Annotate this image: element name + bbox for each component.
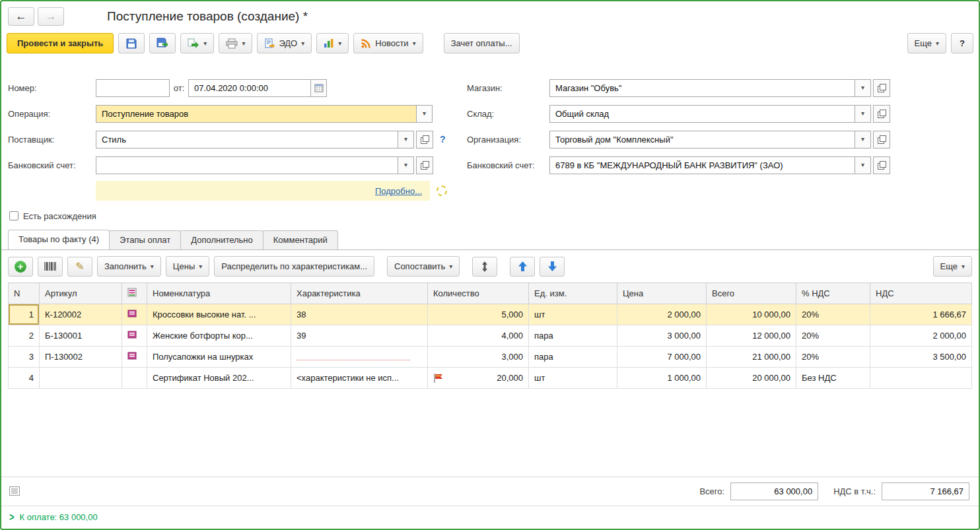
cell-quantity[interactable]: 3,000	[428, 347, 529, 368]
bank-account-left-open-button[interactable]	[416, 156, 433, 174]
cell-n[interactable]: 1	[9, 304, 40, 325]
cell-total[interactable]: 20 000,00	[707, 368, 796, 389]
more-button[interactable]: Еще ▾	[907, 33, 946, 53]
cell-quantity[interactable]: 20,000	[428, 368, 529, 389]
cell-quantity[interactable]: 5,000	[428, 304, 529, 325]
print-button[interactable]: ▾	[219, 33, 252, 53]
col-vat-sum[interactable]: НДС	[870, 283, 972, 304]
fill-button[interactable]: Заполнить ▾	[97, 256, 161, 277]
cell-nomenclature[interactable]: Полусапожки на шнурках	[147, 347, 291, 368]
bank-account-left-input[interactable]	[96, 156, 398, 174]
help-button[interactable]: ?	[951, 33, 973, 53]
cell-quantity[interactable]: 4,000	[428, 325, 529, 347]
cell-characteristic[interactable]: 39	[291, 325, 428, 347]
cell-price[interactable]: 2 000,00	[617, 304, 707, 325]
tab-comment[interactable]: Комментарий	[263, 230, 338, 249]
back-button[interactable]: ←	[8, 7, 34, 26]
save-button[interactable]	[118, 33, 145, 53]
cell-vat-rate[interactable]: Без НДС	[796, 368, 870, 389]
cell-article[interactable]	[40, 368, 122, 389]
cell-nomenclature[interactable]: Кроссовки высокие нат. ...	[147, 304, 291, 325]
col-vat-rate[interactable]: % НДС	[796, 283, 870, 304]
cell-article[interactable]: К-120002	[40, 304, 122, 325]
col-icon[interactable]	[122, 283, 147, 304]
col-n[interactable]: N	[9, 283, 40, 304]
col-nomenclature[interactable]: Номенклатура	[147, 283, 291, 304]
cell-article[interactable]: Б-130001	[40, 325, 122, 347]
details-link[interactable]: Подробно...	[375, 186, 422, 196]
organization-open-button[interactable]	[873, 131, 890, 149]
col-total[interactable]: Всего	[707, 283, 796, 304]
prices-button[interactable]: Цены ▾	[166, 256, 209, 277]
number-input[interactable]	[96, 79, 170, 97]
col-price[interactable]: Цена	[617, 283, 707, 304]
cell-icon[interactable]	[122, 347, 147, 368]
organization-dropdown-button[interactable]: ▾	[855, 131, 871, 149]
store-open-button[interactable]	[873, 79, 890, 97]
date-calendar-button[interactable]	[311, 79, 327, 97]
cell-unit[interactable]: шт	[529, 368, 617, 389]
edit-row-button[interactable]: ✎	[67, 257, 92, 277]
warehouse-open-button[interactable]	[873, 105, 890, 123]
operation-input[interactable]: Поступление товаров	[96, 105, 417, 123]
warehouse-dropdown-button[interactable]: ▾	[855, 105, 871, 123]
cell-nomenclature[interactable]: Сертификат Новый 202...	[147, 368, 291, 389]
cell-icon[interactable]	[122, 368, 147, 389]
table-row[interactable]: 4 Сертификат Новый 202... <характеристик…	[9, 368, 972, 389]
cell-total[interactable]: 10 000,00	[707, 304, 796, 325]
forward-button[interactable]: →	[38, 7, 64, 26]
store-input[interactable]: Магазин "Обувь"	[549, 79, 855, 97]
cell-total[interactable]: 12 000,00	[707, 325, 796, 347]
table-row[interactable]: 3 П-130002 Полусапожки на шнурках 3,000 …	[9, 347, 972, 368]
cell-characteristic[interactable]: 38	[291, 304, 428, 325]
cell-unit[interactable]: пара	[529, 347, 617, 368]
payment-offset-button[interactable]: Зачет оплаты...	[444, 33, 520, 53]
cell-nomenclature[interactable]: Женские ботфорты кор...	[147, 325, 291, 347]
expand-rows-button[interactable]	[472, 257, 497, 277]
operation-dropdown-button[interactable]: ▾	[417, 105, 433, 123]
cell-n[interactable]: 3	[9, 347, 40, 368]
move-row-down-button[interactable]	[540, 257, 565, 277]
add-row-button[interactable]: +	[8, 257, 33, 277]
store-dropdown-button[interactable]: ▾	[855, 79, 871, 97]
cell-characteristic[interactable]: <характеристики не исп...	[291, 368, 428, 389]
cell-vat-rate[interactable]: 20%	[796, 304, 870, 325]
supplier-hint-icon[interactable]: ?	[440, 134, 446, 145]
cell-icon[interactable]	[122, 325, 147, 347]
cell-price[interactable]: 1 000,00	[617, 368, 707, 389]
table-row[interactable]: 1 К-120002 Кроссовки высокие нат. ... 38…	[9, 304, 972, 325]
payment-footer[interactable]: > К оплате: 63 000,00	[1, 506, 979, 529]
bank-account-right-open-button[interactable]	[873, 156, 890, 174]
col-quantity[interactable]: Количество	[428, 283, 529, 304]
supplier-input[interactable]: Стиль	[96, 131, 398, 149]
distribute-by-characteristics-button[interactable]: Распределить по характеристикам...	[214, 256, 374, 277]
bank-account-right-dropdown-button[interactable]: ▾	[855, 156, 871, 174]
cell-n[interactable]: 2	[9, 325, 40, 347]
cell-unit[interactable]: шт	[529, 304, 617, 325]
bank-account-left-dropdown-button[interactable]: ▾	[398, 156, 414, 174]
cell-vat-rate[interactable]: 20%	[796, 347, 870, 368]
cell-unit[interactable]: пара	[529, 325, 617, 347]
cell-article[interactable]: П-130002	[40, 347, 122, 368]
date-input[interactable]: 07.04.2020 0:00:00	[188, 79, 311, 97]
cell-price[interactable]: 7 000,00	[617, 347, 707, 368]
bank-account-right-input[interactable]: 6789 в КБ "МЕЖДУНАРОДНЫЙ БАНК РАЗВИТИЯ" …	[549, 156, 855, 174]
cell-vat-sum[interactable]: 3 500,00	[870, 347, 972, 368]
table-row[interactable]: 2 Б-130001 Женские ботфорты кор... 39 4,…	[9, 325, 972, 347]
warehouse-input[interactable]: Общий склад	[549, 105, 855, 123]
barcode-button[interactable]	[38, 257, 63, 277]
col-characteristic[interactable]: Характеристика	[291, 283, 428, 304]
cell-icon[interactable]	[122, 304, 147, 325]
col-article[interactable]: Артикул	[40, 283, 122, 304]
supplier-open-button[interactable]	[416, 131, 433, 149]
move-row-up-button[interactable]	[510, 257, 535, 277]
cell-vat-sum[interactable]	[870, 368, 972, 389]
save-and-post-button[interactable]	[149, 33, 176, 53]
tab-goods-by-fact[interactable]: Товары по факту (4)	[8, 230, 110, 249]
table-more-button[interactable]: Еще ▾	[933, 256, 972, 277]
organization-input[interactable]: Торговый дом "Комплексный"	[549, 131, 855, 149]
post-and-close-button[interactable]: Провести и закрыть	[7, 33, 114, 53]
tab-additional[interactable]: Дополнительно	[180, 230, 263, 249]
cell-price[interactable]: 3 000,00	[617, 325, 707, 347]
reports-button[interactable]: ▾	[316, 33, 349, 53]
